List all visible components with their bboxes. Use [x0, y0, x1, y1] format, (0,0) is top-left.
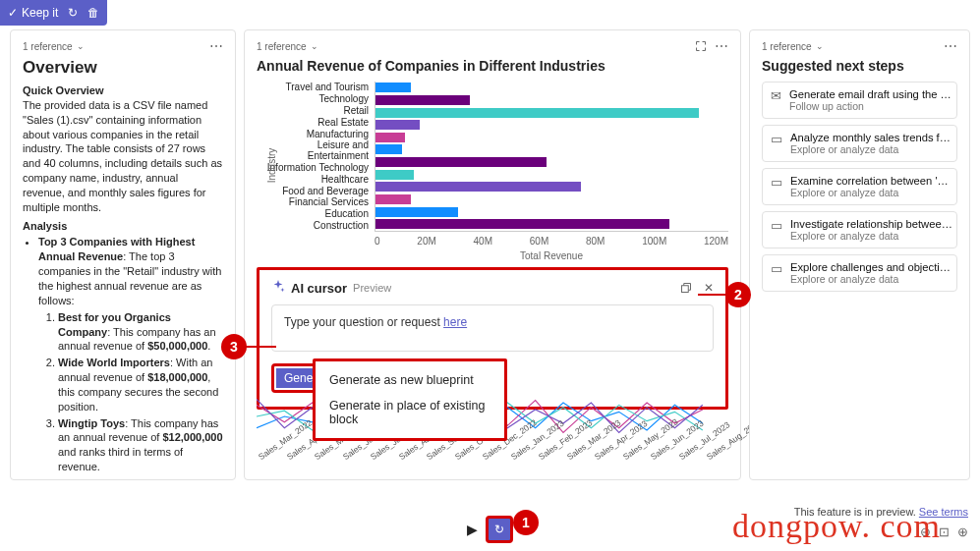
keep-it-label[interactable]: Keep it — [22, 6, 58, 20]
bar — [375, 182, 581, 192]
reference-count[interactable]: 1 reference — [762, 41, 812, 52]
suggested-title: Suggested next steps — [762, 58, 957, 74]
suggestion-icon: ▭ — [771, 132, 782, 155]
suggestion-subtitle: Explore or analyze data — [790, 143, 952, 155]
generate-menu: Generate as new blueprint Generate in pl… — [313, 358, 507, 441]
bar — [375, 207, 458, 217]
bar — [375, 144, 402, 154]
generate-menu-item[interactable]: Generate in place of existing block — [316, 393, 504, 432]
suggestion-subtitle: Follow up action — [789, 100, 951, 112]
category-label: Food and Beverage — [257, 186, 369, 196]
sparkle-icon — [271, 280, 285, 297]
close-icon[interactable]: ✕ — [704, 281, 714, 295]
chevron-down-icon[interactable]: ⌄ — [311, 41, 318, 51]
overview-title: Overview — [23, 58, 223, 78]
top3-item: Wingtip Toys: This company has an annual… — [58, 416, 223, 474]
suggestion-title: Analyze monthly sales trends for eac... — [790, 132, 952, 143]
more-icon[interactable]: ⋯ — [209, 38, 223, 54]
bar — [375, 120, 420, 130]
suggestion-title: Generate email draft using the conte... — [789, 88, 951, 100]
suggestion-subtitle: Explore or analyze data — [790, 230, 952, 242]
overview-para2: These companies have achieved significan… — [23, 476, 223, 480]
popout-icon[interactable] — [680, 281, 692, 295]
ai-input-placeholder: Type your question or request — [284, 315, 443, 329]
suggestion-title: Explore challenges and objectives of ... — [790, 261, 952, 273]
reference-count[interactable]: 1 reference — [23, 41, 73, 52]
trash-icon[interactable]: 🗑 — [87, 6, 99, 20]
preview-notice: This feature is in preview. See terms — [794, 506, 968, 518]
category-label: Technology — [257, 93, 369, 104]
chevron-down-icon[interactable]: ⌄ — [816, 41, 824, 51]
zoom-out-icon[interactable]: ⊖ — [920, 524, 931, 539]
quick-overview-heading: Quick Overview — [23, 83, 223, 98]
suggested-panel: 1 reference⌄ ⋯ Suggested next steps ✉Gen… — [749, 29, 970, 480]
chart-title: Annual Revenue of Companies in Different… — [257, 58, 728, 74]
category-label: Retail — [257, 105, 369, 116]
x-tick: 20M — [417, 236, 435, 247]
category-label: Travel and Tourism — [257, 82, 369, 92]
suggested-item[interactable]: ▭Explore challenges and objectives of ..… — [762, 254, 957, 292]
suggested-item[interactable]: ▭Examine correlation between 'Numb...Exp… — [762, 168, 957, 205]
x-tick: 120M — [704, 236, 728, 247]
callout-line — [245, 346, 276, 348]
bar — [375, 108, 699, 118]
category-label: Financial Services — [257, 196, 369, 207]
category-label: Education — [257, 208, 369, 219]
ai-toolbar-button[interactable]: ↻ — [486, 516, 513, 543]
reference-count[interactable]: 1 reference — [257, 41, 307, 52]
svg-rect-0 — [682, 286, 689, 293]
bar — [375, 194, 411, 204]
check-icon: ✓ — [8, 6, 18, 20]
bar — [375, 157, 547, 167]
zoom-in-icon[interactable]: ⊕ — [957, 524, 968, 539]
analysis-heading: Analysis — [23, 219, 223, 234]
ai-cursor-title: AI cursor — [291, 281, 347, 296]
preview-badge: Preview — [353, 282, 391, 294]
expand-icon[interactable] — [695, 40, 707, 52]
x-tick: 0 — [375, 236, 380, 247]
bar-chart: Industry Travel and TourismTechnologyRet… — [257, 82, 728, 232]
callout-2: 2 — [725, 282, 751, 307]
more-icon[interactable]: ⋯ — [715, 38, 728, 54]
suggestion-icon: ▭ — [771, 261, 782, 285]
suggestion-icon: ✉ — [771, 88, 781, 112]
x-tick: 60M — [530, 236, 548, 247]
here-link[interactable]: here — [443, 315, 467, 329]
suggestion-title: Examine correlation between 'Numb... — [790, 175, 952, 187]
suggested-item[interactable]: ▭Investigate relationship between 'Ave..… — [762, 211, 957, 248]
x-tick: 40M — [474, 236, 492, 247]
ai-cursor-input[interactable]: Type your question or request here — [271, 304, 714, 352]
suggestion-title: Investigate relationship between 'Ave... — [790, 218, 952, 230]
callout-1: 1 — [513, 510, 539, 535]
bar — [375, 83, 411, 92]
category-label: Manufacturing — [257, 129, 369, 139]
x-tick: 80M — [586, 236, 605, 247]
suggested-item[interactable]: ▭Analyze monthly sales trends for eac...… — [762, 125, 957, 162]
bar — [375, 133, 405, 142]
see-terms-link[interactable]: See terms — [919, 506, 968, 518]
callout-3: 3 — [221, 334, 247, 359]
top3-item: Wide World Importers: With an annual rev… — [58, 356, 223, 413]
overview-panel: 1 reference⌄ ⋯ Overview Quick Overview T… — [10, 29, 236, 480]
bar — [375, 95, 470, 105]
callout-line — [698, 294, 727, 296]
refresh-icon[interactable]: ↻ — [68, 6, 78, 20]
suggestion-subtitle: Explore or analyze data — [790, 187, 952, 198]
suggested-item[interactable]: ✉Generate email draft using the conte...… — [762, 82, 957, 119]
x-axis-label: Total Revenue — [375, 250, 728, 261]
y-axis-label: Industry — [266, 148, 277, 184]
quick-overview-text: The provided data is a CSV file named "S… — [23, 98, 223, 215]
top3-item: Best for you Organics Company: This comp… — [58, 310, 223, 355]
zoom-fit-icon[interactable]: ⊡ — [939, 524, 950, 539]
play-icon[interactable]: ▶ — [467, 522, 478, 537]
generate-menu-item[interactable]: Generate as new blueprint — [316, 367, 504, 393]
category-label: Real Estate — [257, 117, 369, 128]
x-tick: 100M — [642, 236, 666, 247]
chevron-down-icon[interactable]: ⌄ — [77, 41, 85, 51]
bar — [375, 170, 414, 180]
suggestion-icon: ▭ — [771, 175, 782, 198]
category-label: Construction — [257, 220, 369, 231]
more-icon[interactable]: ⋯ — [944, 38, 957, 54]
suggestion-subtitle: Explore or analyze data — [790, 273, 952, 285]
suggestion-icon: ▭ — [771, 218, 782, 242]
